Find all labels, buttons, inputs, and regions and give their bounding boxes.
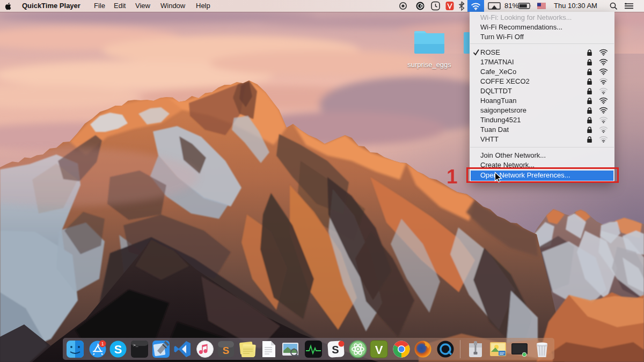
svg-text:V: V: [375, 343, 383, 357]
svg-text:>_: >_: [133, 343, 138, 348]
svg-text:1: 1: [101, 341, 104, 346]
svg-text:S: S: [223, 345, 230, 356]
svg-text:S: S: [114, 343, 122, 356]
svg-text:S: S: [332, 344, 339, 356]
